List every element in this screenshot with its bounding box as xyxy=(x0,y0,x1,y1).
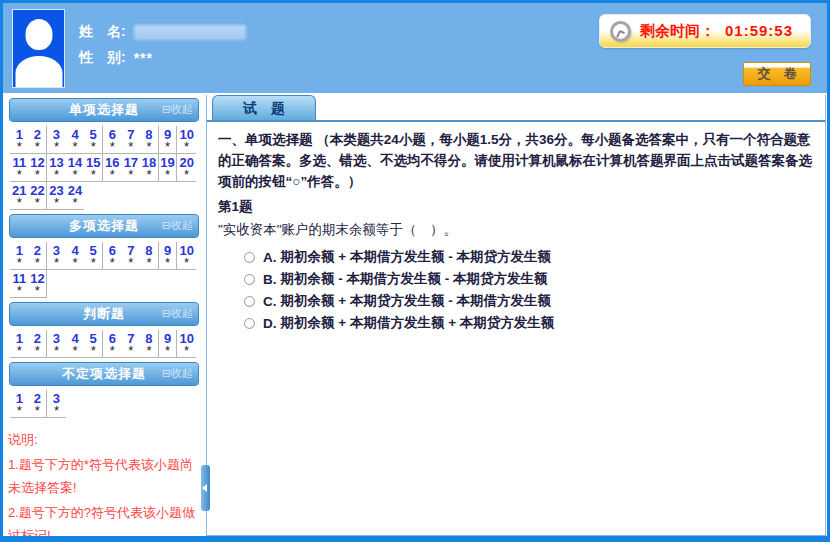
question-number-cell[interactable]: 1* xyxy=(10,330,29,358)
question-number-cell[interactable]: 3* xyxy=(47,390,66,418)
tab-question[interactable]: 试 题 xyxy=(212,95,316,120)
question-number-cell[interactable]: 10* xyxy=(177,242,196,270)
question-number-cell[interactable]: 4* xyxy=(66,330,85,358)
unanswered-marker: * xyxy=(122,346,141,357)
question-number-cell[interactable]: 1* xyxy=(10,242,29,270)
sidebar-collapse-handle[interactable] xyxy=(201,465,210,511)
remaining-time-box: 剩余时间：01:59:53 xyxy=(599,14,811,48)
question-number-cell[interactable]: 1* xyxy=(10,126,29,154)
gender-row: 性 别: *** xyxy=(79,45,246,71)
section-title: 单项选择题 xyxy=(69,101,139,119)
radio-button[interactable] xyxy=(244,318,255,329)
collapse-button[interactable]: ⊟收起 xyxy=(162,218,193,233)
question-number-cell[interactable]: 19* xyxy=(159,154,178,182)
collapse-icon: ⊟ xyxy=(162,103,171,115)
question-number-cell[interactable]: 24* xyxy=(66,182,85,210)
question-number-cell[interactable]: 8* xyxy=(140,330,159,358)
candidate-info: 姓 名: 性 别: *** xyxy=(79,19,246,71)
unanswered-marker: * xyxy=(177,346,196,357)
question-number-cell[interactable]: 7* xyxy=(122,330,141,358)
section-title: 不定项选择题 xyxy=(62,365,146,383)
question-number-cell[interactable]: 12* xyxy=(29,270,48,298)
unanswered-marker: * xyxy=(29,346,47,357)
question-number-cell[interactable]: 7* xyxy=(122,126,141,154)
question-number-cell[interactable]: 21* xyxy=(10,182,29,210)
question-number-grid-single-choice: 1*2*3*4*5*6*7*8*9*10*11*12*13*14*15*16*1… xyxy=(3,125,206,212)
unanswered-marker: * xyxy=(159,346,177,357)
question-number-cell[interactable]: 14* xyxy=(66,154,85,182)
question-number-cell[interactable]: 4* xyxy=(66,126,85,154)
legend-notes: 说明: 1.题号下方的*符号代表该小题尚未选择答案! 2.题号下方的?符号代表该… xyxy=(3,422,206,536)
question-number-cell[interactable]: 3* xyxy=(47,330,66,358)
option-text: 期初余额 + 本期借方发生额 - 本期贷方发生额 xyxy=(281,248,551,266)
remaining-time-value: 01:59:53 xyxy=(725,22,793,39)
question-number-cell[interactable]: 6* xyxy=(103,330,122,358)
question-number-cell[interactable]: 6* xyxy=(103,242,122,270)
question-number-row: 1*2*3* xyxy=(10,390,206,418)
question-number-cell[interactable]: 1* xyxy=(10,390,29,418)
gender-label: 性 别: xyxy=(79,49,126,67)
question-number-cell[interactable]: 9* xyxy=(159,242,178,270)
unanswered-marker: * xyxy=(47,142,66,153)
header-bar: 姓 名: 性 别: *** 剩余时间：01:59:53 交 卷 xyxy=(3,3,827,93)
collapse-button[interactable]: ⊟收起 xyxy=(162,102,193,117)
unanswered-marker: * xyxy=(10,286,29,297)
question-number-cell[interactable]: 8* xyxy=(140,126,159,154)
submit-paper-button[interactable]: 交 卷 xyxy=(743,62,811,86)
unanswered-marker: * xyxy=(47,198,66,209)
unanswered-marker: * xyxy=(103,346,122,357)
question-number-cell[interactable]: 6* xyxy=(103,126,122,154)
option-d[interactable]: D. 期初余额 + 本期借方发生额 + 本期贷方发生额 xyxy=(244,312,814,334)
radio-button[interactable] xyxy=(244,274,255,285)
unanswered-marker: * xyxy=(29,406,47,417)
question-number-cell[interactable]: 2* xyxy=(29,330,48,358)
unanswered-marker: * xyxy=(66,198,85,209)
question-number-cell[interactable]: 2* xyxy=(29,242,48,270)
question-number-cell[interactable]: 18* xyxy=(140,154,159,182)
question-number-cell[interactable]: 17* xyxy=(122,154,141,182)
question-number-cell[interactable]: 9* xyxy=(159,126,178,154)
option-b[interactable]: B. 期初余额 - 本期借方发生额 - 本期贷方发生额 xyxy=(244,268,814,290)
question-number-cell[interactable]: 7* xyxy=(122,242,141,270)
question-number-cell[interactable]: 23* xyxy=(47,182,66,210)
unanswered-marker: * xyxy=(29,258,47,269)
question-number-cell[interactable]: 13* xyxy=(47,154,66,182)
unanswered-marker: * xyxy=(84,258,102,269)
radio-button[interactable] xyxy=(244,252,255,263)
question-number-cell[interactable]: 15* xyxy=(84,154,103,182)
question-number-cell[interactable]: 10* xyxy=(177,126,196,154)
section-instructions: 一、单项选择题 （本类题共24小题，每小题1.5分，共36分。每小题备选答案中，… xyxy=(218,129,814,192)
question-number-cell[interactable]: 4* xyxy=(66,242,85,270)
question-number-cell[interactable]: 5* xyxy=(84,242,103,270)
question-panel: 试 题 一、单项选择题 （本类题共24小题，每小题1.5分，共36分。每小题备选… xyxy=(206,95,826,536)
unanswered-marker: * xyxy=(10,346,29,357)
unanswered-marker: * xyxy=(29,286,47,297)
legend-title: 说明: xyxy=(8,428,202,451)
collapse-button[interactable]: ⊟收起 xyxy=(162,366,193,381)
question-number-cell[interactable]: 16* xyxy=(103,154,122,182)
question-text: "实收资本"账户的期末余额等于（ ）。 xyxy=(218,219,814,240)
collapse-label: 收起 xyxy=(171,219,193,231)
question-number-cell[interactable]: 5* xyxy=(84,330,103,358)
question-number-cell[interactable]: 2* xyxy=(29,126,48,154)
exam-window: 姓 名: 性 别: *** 剩余时间：01:59:53 交 卷 单项选择题 ⊟收… xyxy=(0,0,830,542)
collapse-button[interactable]: ⊟收起 xyxy=(162,306,193,321)
option-a[interactable]: A. 期初余额 + 本期借方发生额 - 本期贷方发生额 xyxy=(244,246,814,268)
question-number-cell[interactable]: 11* xyxy=(10,154,29,182)
question-number-cell[interactable]: 20* xyxy=(177,154,196,182)
option-c[interactable]: C. 期初余额 + 本期贷方发生额 - 本期借方发生额 xyxy=(244,290,814,312)
question-number-cell[interactable]: 11* xyxy=(10,270,29,298)
question-number-cell[interactable]: 22* xyxy=(29,182,48,210)
section-header-single-choice: 单项选择题 ⊟收起 xyxy=(9,98,199,122)
question-number-cell[interactable]: 12* xyxy=(29,154,48,182)
collapse-icon: ⊟ xyxy=(162,219,171,231)
radio-button[interactable] xyxy=(244,296,255,307)
question-number-cell[interactable]: 2* xyxy=(29,390,48,418)
question-number-cell[interactable]: 5* xyxy=(84,126,103,154)
question-number-cell[interactable]: 8* xyxy=(140,242,159,270)
question-number-cell[interactable]: 3* xyxy=(47,242,66,270)
question-number-cell[interactable]: 9* xyxy=(159,330,178,358)
question-number-cell[interactable]: 10* xyxy=(177,330,196,358)
question-number-cell[interactable]: 3* xyxy=(47,126,66,154)
question-number-grid-multi-choice: 1*2*3*4*5*6*7*8*9*10*11*12* xyxy=(3,241,206,300)
